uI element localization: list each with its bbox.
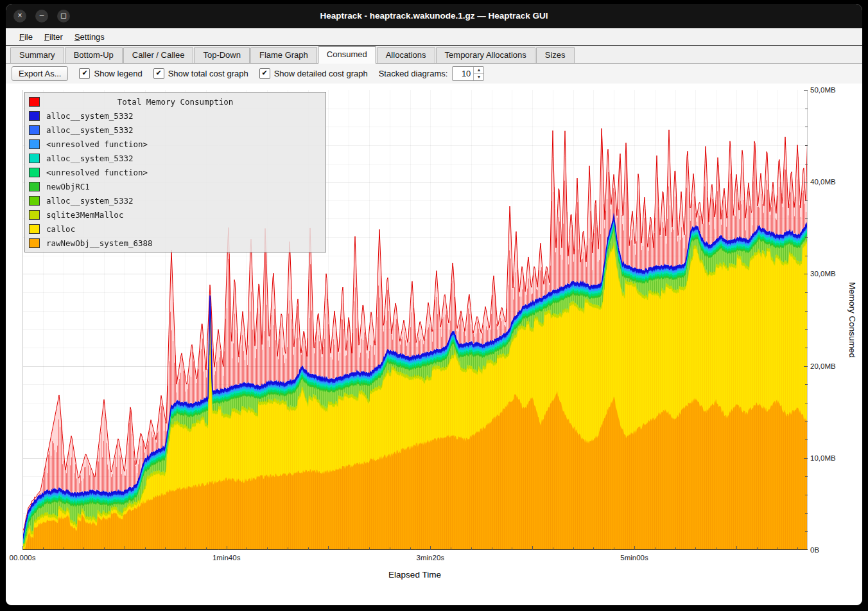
tab-flame-graph[interactable]: Flame Graph: [250, 47, 317, 63]
checkbox-show-total-cost-graph[interactable]: ✔Show total cost graph: [153, 68, 248, 79]
stacked-diagrams-value[interactable]: 10: [453, 67, 473, 80]
tab-bottom-up[interactable]: Bottom-Up: [65, 47, 123, 63]
legend-swatch-icon: [29, 111, 40, 121]
titlebar[interactable]: × – ◻ Heaptrack - heaptrack.wakunode.1.g…: [6, 4, 862, 28]
legend-entry-4[interactable]: <unresolved function>: [29, 165, 322, 179]
legend-entry-label: alloc__system_5332: [46, 111, 133, 121]
spin-up-icon[interactable]: ▲: [474, 67, 483, 74]
y-tick-10-0mb: 10,0MB: [810, 454, 836, 462]
legend-entry-label: alloc__system_5332: [46, 125, 133, 135]
legend-entry-5[interactable]: newObjRC1: [29, 179, 322, 193]
y-axis-title: Memory Consumed: [847, 282, 857, 358]
legend-entry-label: alloc__system_5332: [46, 196, 133, 206]
legend-entry-8[interactable]: calloc: [29, 222, 322, 236]
checkbox-label: Show total cost graph: [168, 69, 248, 78]
tab-sizes[interactable]: Sizes: [536, 47, 575, 63]
tab-caller-callee[interactable]: Caller / Callee: [123, 47, 194, 63]
legend-entry-9[interactable]: rawNewObj__system_6388: [29, 236, 322, 250]
tab-allocations[interactable]: Allocations: [377, 47, 435, 63]
x-tick-1min40s: 1min40s: [213, 554, 240, 562]
legend-swatch-icon: [29, 125, 40, 135]
legend-swatch-icon: [29, 154, 40, 163]
y-tick-40-0mb: 40,0MB: [810, 178, 836, 186]
minimize-icon[interactable]: –: [35, 10, 48, 22]
toolbar: Export As... ✔Show legend✔Show total cos…: [6, 64, 862, 84]
x-axis-title: Elapsed Time: [388, 570, 441, 580]
y-tick-50-0mb: 50,0MB: [810, 86, 836, 94]
legend-entry-label: rawNewObj__system_6388: [46, 238, 153, 248]
tab-temporary-allocations[interactable]: Temporary Allocations: [436, 47, 535, 63]
y-tick-0b: 0B: [810, 546, 819, 554]
menubar: FileFilterSettings: [6, 28, 862, 46]
spin-down-icon[interactable]: ▼: [474, 74, 483, 80]
chart-area: Total Memory Consumption alloc__system_5…: [6, 84, 862, 605]
menu-settings[interactable]: Settings: [69, 30, 110, 44]
legend-swatch-icon: [29, 182, 40, 191]
legend-entry-2[interactable]: <unresolved function>: [29, 137, 322, 151]
app-window: × – ◻ Heaptrack - heaptrack.wakunode.1.g…: [6, 4, 862, 605]
x-tick-00-000s: 00.000s: [10, 554, 36, 562]
legend-swatch-icon: [29, 139, 40, 149]
legend-swatch-icon: [29, 224, 40, 234]
stacked-diagrams-control: Stacked diagrams: 10 ▲ ▼: [379, 66, 485, 81]
checkbox-check-icon[interactable]: ✔: [153, 68, 164, 79]
maximize-icon[interactable]: ◻: [57, 10, 70, 22]
legend-entry-3[interactable]: alloc__system_5332: [29, 151, 322, 165]
legend-entry-7[interactable]: sqlite3MemMalloc: [29, 208, 322, 222]
legend-title-swatch: [29, 97, 40, 107]
tab-summary[interactable]: Summary: [10, 47, 64, 63]
stacked-diagrams-spinbox[interactable]: 10 ▲ ▼: [452, 66, 484, 81]
legend-entry-1[interactable]: alloc__system_5332: [29, 123, 322, 137]
tab-bar: SummaryBottom-UpCaller / CalleeTop-DownF…: [6, 46, 862, 64]
spinner-arrows: ▲ ▼: [473, 67, 483, 80]
legend-entry-label: sqlite3MemMalloc: [46, 210, 123, 220]
window-title: Heaptrack - heaptrack.wakunode.1.gz — He…: [6, 4, 862, 28]
menu-filter[interactable]: Filter: [39, 30, 69, 44]
toolbar-checkboxes: ✔Show legend✔Show total cost graph✔Show …: [79, 68, 367, 79]
checkbox-check-icon[interactable]: ✔: [79, 68, 90, 79]
y-tick-20-0mb: 20,0MB: [810, 362, 836, 370]
x-tick-3min20s: 3min20s: [417, 554, 444, 562]
legend-entry-label: <unresolved function>: [46, 168, 148, 177]
legend-entry-label: <unresolved function>: [46, 139, 148, 149]
checkbox-label: Show legend: [94, 69, 142, 78]
legend-entry-label: newObjRC1: [46, 182, 90, 191]
chart-legend[interactable]: Total Memory Consumption alloc__system_5…: [24, 92, 326, 252]
legend-entry-label: alloc__system_5332: [46, 154, 133, 163]
legend-swatch-icon: [29, 210, 40, 220]
close-icon[interactable]: ×: [13, 10, 26, 22]
legend-entry-0[interactable]: alloc__system_5332: [29, 109, 322, 123]
tab-top-down[interactable]: Top-Down: [194, 47, 250, 63]
x-tick-5min00s: 5min00s: [620, 554, 648, 562]
menu-file[interactable]: File: [13, 30, 39, 44]
legend-entry-label: calloc: [46, 224, 75, 234]
legend-swatch-icon: [29, 238, 40, 248]
checkbox-label: Show detailed cost graph: [274, 69, 368, 78]
legend-title: Total Memory Consumption: [46, 97, 304, 107]
legend-title-row: Total Memory Consumption: [29, 94, 322, 109]
tab-consumed[interactable]: Consumed: [318, 46, 376, 64]
export-as-button[interactable]: Export As...: [12, 66, 68, 81]
checkbox-show-legend[interactable]: ✔Show legend: [79, 68, 142, 79]
legend-swatch-icon: [29, 196, 40, 206]
y-tick-30-0mb: 30,0MB: [810, 270, 836, 278]
legend-swatch-icon: [29, 168, 40, 177]
legend-entry-6[interactable]: alloc__system_5332: [29, 193, 322, 208]
stacked-diagrams-label: Stacked diagrams:: [379, 69, 448, 78]
checkbox-show-detailed-cost-graph[interactable]: ✔Show detailed cost graph: [259, 68, 368, 79]
checkbox-check-icon[interactable]: ✔: [259, 68, 270, 79]
